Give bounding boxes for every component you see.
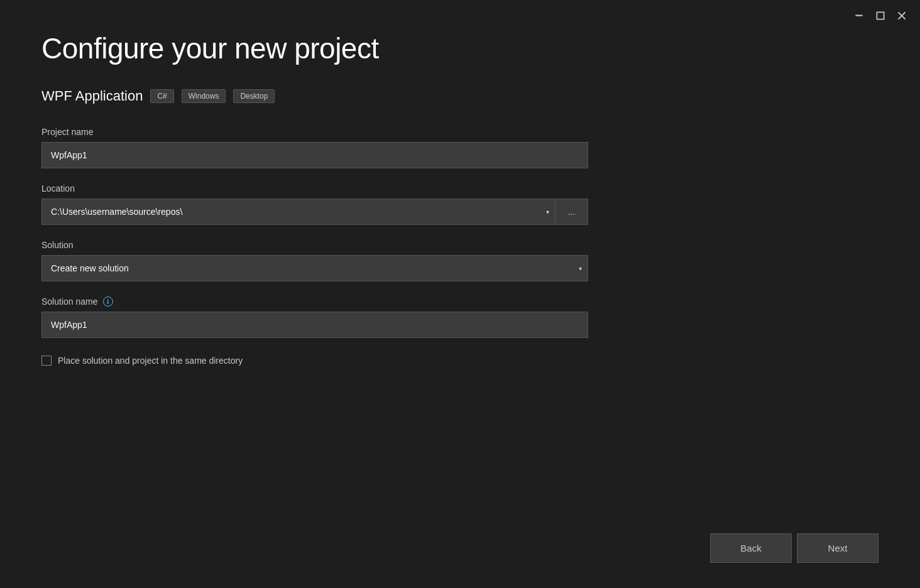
same-directory-checkbox[interactable] xyxy=(41,356,52,366)
back-button[interactable]: Back xyxy=(710,533,792,563)
solution-select-wrapper: Create new solution ▾ xyxy=(41,255,588,281)
location-row: C:\Users\username\source\repos\ ▾ ... xyxy=(41,199,588,225)
svg-rect-1 xyxy=(877,12,884,19)
solution-section: Solution Create new solution ▾ xyxy=(41,240,588,281)
same-directory-label[interactable]: Place solution and project in the same d… xyxy=(58,356,243,366)
solution-name-input[interactable] xyxy=(41,312,588,338)
location-label: Location xyxy=(41,183,588,193)
browse-button[interactable]: ... xyxy=(556,199,588,225)
tag-windows: Windows xyxy=(182,89,226,103)
tag-csharp: C# xyxy=(150,89,173,103)
location-select-wrapper: C:\Users\username\source\repos\ ▾ xyxy=(41,199,556,225)
main-content: Configure your new project WPF Applicati… xyxy=(41,31,879,588)
footer-buttons: Back Next xyxy=(710,533,879,563)
next-button[interactable]: Next xyxy=(797,533,879,563)
maximize-button[interactable] xyxy=(875,10,886,21)
solution-label: Solution xyxy=(41,240,588,250)
location-select[interactable]: C:\Users\username\source\repos\ xyxy=(41,199,556,225)
solution-name-label-row: Solution name i xyxy=(41,297,588,307)
project-name-input[interactable] xyxy=(41,142,588,168)
location-section: Location C:\Users\username\source\repos\… xyxy=(41,183,588,225)
solution-name-label: Solution name xyxy=(41,297,98,307)
solution-name-info-icon[interactable]: i xyxy=(103,297,113,307)
same-directory-row: Place solution and project in the same d… xyxy=(41,356,879,366)
tag-desktop: Desktop xyxy=(233,89,275,103)
close-button[interactable] xyxy=(896,10,907,21)
window-controls xyxy=(853,10,907,21)
page-title: Configure your new project xyxy=(41,31,879,65)
minimize-button[interactable] xyxy=(853,10,865,21)
project-type-name: WPF Application xyxy=(41,88,143,104)
solution-select[interactable]: Create new solution xyxy=(41,255,588,281)
svg-rect-0 xyxy=(855,15,862,16)
project-name-section: Project name xyxy=(41,127,588,168)
solution-name-section: Solution name i xyxy=(41,297,588,338)
project-type-row: WPF Application C# Windows Desktop xyxy=(41,88,879,104)
project-name-label: Project name xyxy=(41,127,588,137)
